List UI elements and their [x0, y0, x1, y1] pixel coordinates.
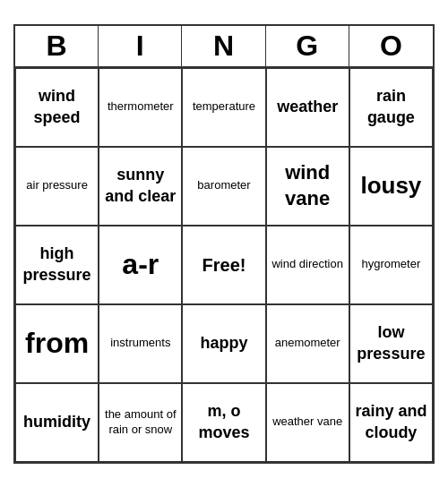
- bingo-cell-14: hygrometer: [349, 226, 433, 304]
- bingo-cell-4: rain gauge: [349, 68, 433, 147]
- bingo-cell-12: Free!: [182, 226, 265, 304]
- bingo-header: BINGO: [15, 26, 433, 68]
- bingo-cell-13: wind direction: [266, 226, 349, 304]
- bingo-cell-1: thermometer: [99, 68, 182, 147]
- bingo-cell-0: wind speed: [15, 68, 99, 147]
- header-letter-b: B: [15, 26, 99, 66]
- header-letter-o: O: [349, 26, 433, 66]
- bingo-cell-6: sunny and clear: [99, 147, 182, 226]
- bingo-cell-19: low pressure: [349, 304, 433, 383]
- bingo-cell-3: weather: [266, 68, 349, 147]
- bingo-cell-20: humidity: [15, 383, 99, 462]
- bingo-cell-24: rainy and cloudy: [349, 383, 433, 462]
- header-letter-n: N: [182, 26, 265, 66]
- header-letter-g: G: [266, 26, 349, 66]
- bingo-cell-21: the amount of rain or snow: [99, 383, 182, 462]
- bingo-cell-17: happy: [182, 304, 265, 383]
- bingo-cell-11: a-r: [99, 226, 182, 304]
- bingo-cell-22: m, o moves: [182, 383, 265, 462]
- bingo-card: BINGO wind speedthermometertemperaturewe…: [13, 24, 435, 464]
- bingo-cell-8: wind vane: [266, 147, 349, 226]
- bingo-grid: wind speedthermometertemperatureweatherr…: [15, 68, 433, 462]
- bingo-cell-7: barometer: [182, 147, 265, 226]
- bingo-cell-9: lousy: [349, 147, 433, 226]
- bingo-cell-10: high pressure: [15, 226, 99, 304]
- bingo-cell-15: from: [15, 304, 99, 383]
- bingo-cell-18: anemometer: [266, 304, 349, 383]
- bingo-cell-2: temperature: [182, 68, 265, 147]
- header-letter-i: I: [99, 26, 182, 66]
- bingo-cell-5: air pressure: [15, 147, 99, 226]
- bingo-cell-23: weather vane: [266, 383, 349, 462]
- bingo-cell-16: instruments: [99, 304, 182, 383]
